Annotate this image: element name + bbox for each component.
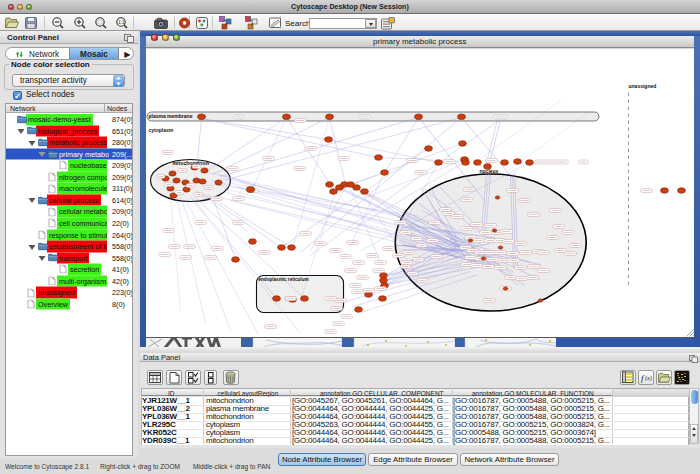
- svg-text:unassigned: unassigned: [628, 82, 656, 88]
- svg-text:nucleus: nucleus: [479, 168, 498, 174]
- svg-text:plasma membrane: plasma membrane: [148, 113, 192, 119]
- svg-text:mitochondrion: mitochondrion: [172, 159, 208, 165]
- svg-text:cytoplasm: cytoplasm: [148, 127, 173, 133]
- svg-text:(x): (x): [645, 375, 652, 382]
- svg-text:1:1: 1:1: [118, 20, 125, 25]
- svg-text:endoplasmic reticulum: endoplasmic reticulum: [258, 277, 308, 282]
